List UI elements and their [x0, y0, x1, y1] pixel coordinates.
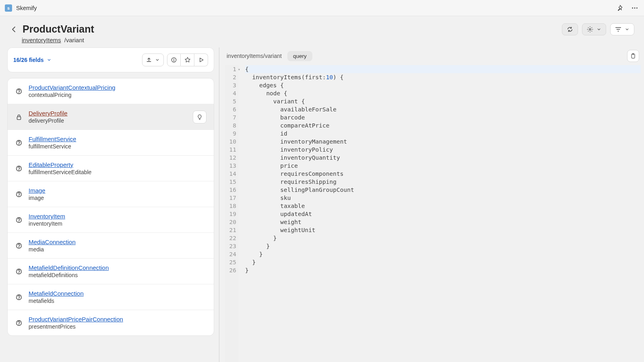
- question-icon: [15, 294, 23, 301]
- run-button[interactable]: [194, 53, 208, 66]
- field-item[interactable]: DeliveryProfiledeliveryProfile: [8, 104, 214, 130]
- query-panel: inventoryItems/variant query 12345678910…: [219, 47, 644, 362]
- field-item[interactable]: InventoryIteminventoryItem: [8, 207, 214, 233]
- field-type-link[interactable]: FulfillmentService: [29, 136, 206, 142]
- field-name: metafieldDefinitions: [29, 272, 206, 278]
- info-button[interactable]: [167, 53, 181, 66]
- field-name: image: [29, 195, 206, 201]
- code-line[interactable]: }: [245, 242, 641, 250]
- line-number: 22: [225, 234, 236, 242]
- code-line[interactable]: edges {: [245, 81, 641, 89]
- line-number: 9: [225, 130, 236, 138]
- line-number: 20: [225, 218, 236, 226]
- field-type-link[interactable]: MetafieldConnection: [29, 290, 206, 297]
- question-icon: [15, 165, 23, 172]
- more-icon[interactable]: [630, 4, 639, 12]
- code-line[interactable]: availableForSale: [245, 105, 641, 113]
- fields-count-dropdown[interactable]: 16/26 fields: [13, 57, 52, 63]
- lock-icon: [15, 113, 23, 121]
- code-line[interactable]: sellingPlanGroupCount: [245, 186, 641, 194]
- code-line[interactable]: }: [245, 250, 641, 258]
- code-line[interactable]: variant {: [245, 97, 641, 105]
- code-line[interactable]: inventoryManagement: [245, 138, 641, 146]
- line-number: 7: [225, 113, 236, 121]
- code-line[interactable]: {: [245, 65, 641, 73]
- field-item[interactable]: ProductVariantPricePairConnectionpresent…: [8, 310, 214, 335]
- field-type-link[interactable]: MediaConnection: [29, 239, 206, 245]
- app-title: Skemify: [16, 5, 37, 11]
- code-line[interactable]: requiresShipping: [245, 178, 641, 186]
- code-line[interactable]: compareAtPrice: [245, 121, 641, 130]
- code-editor[interactable]: 1234567891011121314151617181920212223242…: [225, 65, 641, 362]
- line-number: 1: [225, 65, 236, 73]
- breadcrumb-link[interactable]: inventoryItems: [22, 37, 61, 43]
- breadcrumb-current: /variant: [64, 37, 84, 43]
- code-line[interactable]: weight: [245, 218, 641, 226]
- line-number: 8: [225, 121, 236, 130]
- query-header: inventoryItems/variant query: [225, 47, 641, 65]
- field-item[interactable]: MetafieldConnectionmetafields: [8, 284, 214, 310]
- code-line[interactable]: id: [245, 130, 641, 138]
- filter-button[interactable]: [610, 23, 634, 35]
- question-icon: [15, 88, 23, 95]
- question-icon: [15, 268, 23, 275]
- field-type-link[interactable]: DeliveryProfile: [29, 110, 187, 117]
- field-item[interactable]: FulfillmentServicefulfillmentService: [8, 130, 214, 156]
- code-line[interactable]: node {: [245, 89, 641, 97]
- line-number: 12: [225, 154, 236, 162]
- field-name: presentmentPrices: [29, 323, 206, 330]
- field-name: fulfillmentService: [29, 143, 206, 150]
- fields-toolbar: 16/26 fields: [7, 47, 214, 72]
- export-dropdown[interactable]: [142, 53, 164, 66]
- code-line[interactable]: }: [245, 258, 641, 266]
- code-line[interactable]: requiresComponents: [245, 170, 641, 178]
- line-number: 10: [225, 138, 236, 146]
- code-line[interactable]: inventoryItems(first:10) {: [245, 73, 641, 81]
- field-type-link[interactable]: EditableProperty: [29, 161, 206, 168]
- field-type-link[interactable]: Image: [29, 187, 206, 194]
- code-line[interactable]: }: [245, 266, 641, 274]
- fields-list: ProductVariantContextualPricingcontextua…: [7, 78, 214, 336]
- question-icon: [15, 242, 23, 249]
- field-type-link[interactable]: MetafieldDefinitionConnection: [29, 264, 206, 271]
- field-type-link[interactable]: InventoryItem: [29, 213, 206, 220]
- field-item[interactable]: MetafieldDefinitionConnectionmetafieldDe…: [8, 259, 214, 284]
- line-number: 14: [225, 170, 236, 178]
- code-line[interactable]: updatedAt: [245, 210, 641, 218]
- line-number: 15: [225, 178, 236, 186]
- hint-button[interactable]: [193, 111, 206, 123]
- chevron-down-icon: [624, 27, 630, 32]
- field-item[interactable]: EditablePropertyfulfillmentServiceEditab…: [8, 156, 214, 181]
- pin-icon[interactable]: [616, 4, 625, 12]
- chevron-down-icon: [46, 57, 52, 63]
- line-number: 26: [225, 266, 236, 274]
- star-button[interactable]: [181, 53, 194, 66]
- field-item[interactable]: Imageimage: [8, 181, 214, 207]
- upload-icon: [146, 57, 152, 63]
- copy-button[interactable]: [627, 50, 639, 62]
- field-name: media: [29, 246, 206, 253]
- line-number: 24: [225, 250, 236, 258]
- code-line[interactable]: weightUnit: [245, 226, 641, 234]
- field-type-link[interactable]: ProductVariantPricePairConnection: [29, 316, 206, 323]
- refresh-button[interactable]: [562, 23, 578, 35]
- code-line[interactable]: barcode: [245, 113, 641, 121]
- code-line[interactable]: inventoryPolicy: [245, 146, 641, 154]
- code-line[interactable]: taxable: [245, 202, 641, 210]
- query-tab[interactable]: query: [287, 51, 312, 61]
- field-name: contextualPricing: [29, 92, 206, 98]
- field-type-link[interactable]: ProductVariantContextualPricing: [29, 84, 206, 91]
- breadcrumb: inventoryItems /variant: [22, 37, 94, 43]
- field-item[interactable]: MediaConnectionmedia: [8, 233, 214, 259]
- code-line[interactable]: price: [245, 162, 641, 170]
- question-icon: [15, 191, 23, 198]
- line-number: 2: [225, 73, 236, 81]
- query-path: inventoryItems/variant: [227, 53, 282, 59]
- code-line[interactable]: inventoryQuantity: [245, 154, 641, 162]
- code-line[interactable]: }: [245, 234, 641, 242]
- settings-button[interactable]: [582, 23, 606, 35]
- line-number: 13: [225, 162, 236, 170]
- back-button[interactable]: [10, 25, 19, 34]
- code-line[interactable]: sku: [245, 194, 641, 202]
- field-item[interactable]: ProductVariantContextualPricingcontextua…: [8, 78, 214, 104]
